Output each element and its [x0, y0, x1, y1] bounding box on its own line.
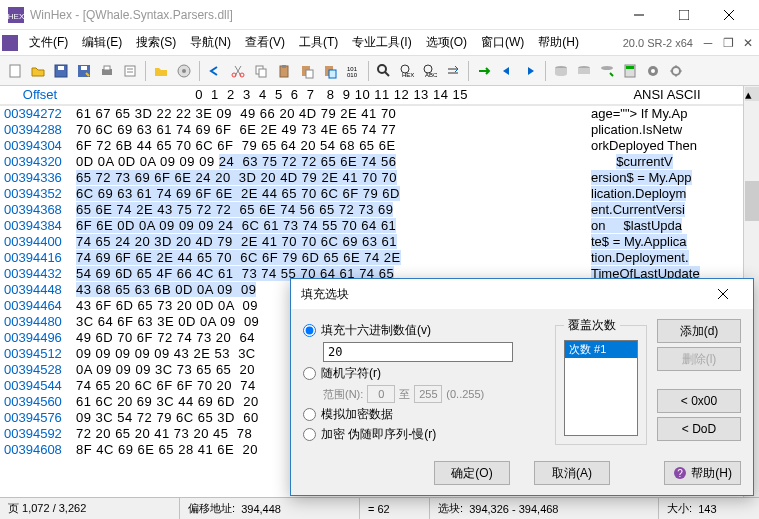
ascii-cell[interactable]: tion.Deployment. [583, 250, 743, 266]
offset-cell: 00394400 [0, 234, 76, 250]
ok-button[interactable]: 确定(O) [434, 461, 510, 485]
0x00-button[interactable]: < 0x00 [657, 389, 741, 413]
list-item[interactable]: 次数 #1 [565, 341, 637, 358]
hex-row[interactable]: 0039427261 67 65 3D 22 22 3E 09 49 66 20… [0, 106, 743, 122]
svg-rect-44 [626, 66, 634, 69]
menu-item[interactable]: 窗口(W) [474, 32, 531, 52]
open-folder-button[interactable] [150, 60, 172, 82]
print-button[interactable] [96, 60, 118, 82]
ascii-cell[interactable]: te$ = My.Applica [583, 234, 743, 250]
mdi-restore-button[interactable]: ❐ [719, 34, 737, 52]
menu-item[interactable]: 文件(F) [22, 32, 75, 52]
menu-item[interactable]: 搜索(S) [129, 32, 183, 52]
menu-item[interactable]: 专业工具(I) [345, 32, 418, 52]
copy-button[interactable] [250, 60, 272, 82]
svg-point-46 [651, 69, 655, 73]
help-button[interactable]: ? 帮助(H) [664, 461, 741, 485]
passes-listbox[interactable]: 次数 #1 [564, 340, 638, 436]
mdi-close-button[interactable]: ✕ [739, 34, 757, 52]
hex-row[interactable]: 0039436865 6E 74 2E 43 75 72 72 65 6E 74… [0, 202, 743, 218]
hex-row[interactable]: 003943046F 72 6B 44 65 70 6C 6F 79 65 64… [0, 138, 743, 154]
undo-button[interactable] [204, 60, 226, 82]
svg-rect-41 [578, 68, 590, 74]
replace-button[interactable] [442, 60, 464, 82]
hex-cell[interactable]: 65 6E 74 2E 43 75 72 72 65 6E 74 56 65 7… [76, 202, 583, 218]
saveas-button[interactable] [73, 60, 95, 82]
clipboard-button[interactable] [273, 60, 295, 82]
hex-cell[interactable]: 6F 6E 0D 0A 09 09 09 24 6C 61 73 74 55 7… [76, 218, 583, 234]
find-text-button[interactable]: ABC [419, 60, 441, 82]
menu-item[interactable]: 编辑(E) [75, 32, 129, 52]
menu-item[interactable]: 工具(T) [292, 32, 345, 52]
offset-cell: 00394272 [0, 106, 76, 122]
paste-button[interactable] [296, 60, 318, 82]
close-button[interactable] [706, 1, 751, 29]
goto-button[interactable] [473, 60, 495, 82]
hex-row[interactable]: 003943526C 69 63 61 74 69 6F 6E 2E 44 65… [0, 186, 743, 202]
ascii-cell[interactable]: ersion$ = My.App [583, 170, 743, 186]
menu-item[interactable]: 查看(V) [238, 32, 292, 52]
menu-item[interactable]: 导航(N) [183, 32, 238, 52]
svg-point-42 [601, 66, 613, 70]
offset-cell: 00394336 [0, 170, 76, 186]
save-button[interactable] [50, 60, 72, 82]
hex-cell[interactable]: 74 69 6F 6E 2E 44 65 70 6C 6F 79 6D 65 6… [76, 250, 583, 266]
ascii-cell[interactable]: $currentV [583, 154, 743, 170]
hex-cell[interactable]: 70 6C 69 63 61 74 69 6F 6E 2E 49 73 4E 6… [76, 122, 583, 138]
properties-button[interactable] [119, 60, 141, 82]
disk3-button[interactable] [596, 60, 618, 82]
hex-button[interactable]: 101010 [342, 60, 364, 82]
hex-row[interactable]: 0039433665 72 73 69 6F 6E 24 20 3D 20 4D… [0, 170, 743, 186]
calc-button[interactable] [619, 60, 641, 82]
ascii-cell[interactable]: age=""> If My.Ap [583, 106, 743, 122]
offset-cell: 00394352 [0, 186, 76, 202]
hex-cell[interactable]: 6C 69 63 61 74 69 6F 6E 2E 44 65 70 6C 6… [76, 186, 583, 202]
open-disk-button[interactable] [173, 60, 195, 82]
hex-cell[interactable]: 0D 0A 0D 0A 09 09 09 24 63 75 72 72 65 6… [76, 154, 583, 170]
minimize-button[interactable] [616, 1, 661, 29]
ascii-cell[interactable]: lication.Deploym [583, 186, 743, 202]
menu-item[interactable]: 帮助(H) [531, 32, 586, 52]
back-button[interactable] [496, 60, 518, 82]
cut-button[interactable] [227, 60, 249, 82]
delete-button[interactable]: 删除(l) [657, 347, 741, 371]
hex-cell[interactable]: 74 65 24 20 3D 20 4D 79 2E 41 70 70 6C 6… [76, 234, 583, 250]
find-hex-button[interactable]: HEX [396, 60, 418, 82]
svg-text:?: ? [678, 468, 684, 479]
range-from-input[interactable] [367, 385, 395, 403]
maximize-button[interactable] [661, 1, 706, 29]
hex-row[interactable]: 0039440074 65 24 20 3D 20 4D 79 2E 41 70… [0, 234, 743, 250]
hex-value-input[interactable] [323, 342, 513, 362]
disk1-button[interactable] [550, 60, 572, 82]
mdi-minimize-button[interactable]: ─ [699, 34, 717, 52]
disk2-button[interactable] [573, 60, 595, 82]
ascii-cell[interactable]: plication.IsNetw [583, 122, 743, 138]
hex-cell[interactable]: 6F 72 6B 44 65 70 6C 6F 79 65 64 20 54 6… [76, 138, 583, 154]
dialog-titlebar: 填充选块 [291, 279, 753, 309]
cancel-button[interactable]: 取消(A) [534, 461, 610, 485]
find-button[interactable] [373, 60, 395, 82]
menu-item[interactable]: 选项(O) [419, 32, 474, 52]
dialog-close-button[interactable] [703, 280, 743, 308]
settings-button[interactable] [665, 60, 687, 82]
offset-cell: 00394480 [0, 314, 76, 330]
hex-row[interactable]: 0039428870 6C 69 63 61 74 69 6F 6E 2E 49… [0, 122, 743, 138]
hex-row[interactable]: 003943846F 6E 0D 0A 09 09 09 24 6C 61 73… [0, 218, 743, 234]
range-to-input[interactable] [414, 385, 442, 403]
forward-button[interactable] [519, 60, 541, 82]
hex-row[interactable]: 0039441674 69 6F 6E 2E 44 65 70 6C 6F 79… [0, 250, 743, 266]
offset-cell: 00394304 [0, 138, 76, 154]
svg-point-18 [182, 69, 186, 73]
ascii-cell[interactable]: on $lastUpda [583, 218, 743, 234]
hex-cell[interactable]: 65 72 73 69 6F 6E 24 20 3D 20 4D 79 2E 4… [76, 170, 583, 186]
hex-row[interactable]: 003943200D 0A 0D 0A 09 09 09 24 63 75 72… [0, 154, 743, 170]
new-button[interactable] [4, 60, 26, 82]
options-button[interactable] [642, 60, 664, 82]
ascii-cell[interactable]: orkDeployed Then [583, 138, 743, 154]
add-button[interactable]: 添加(d) [657, 319, 741, 343]
hex-cell[interactable]: 61 67 65 3D 22 22 3E 09 49 66 20 4D 79 2… [76, 106, 583, 122]
dod-button[interactable]: < DoD [657, 417, 741, 441]
pastewrite-button[interactable] [319, 60, 341, 82]
ascii-cell[interactable]: ent.CurrentVersi [583, 202, 743, 218]
open-button[interactable] [27, 60, 49, 82]
